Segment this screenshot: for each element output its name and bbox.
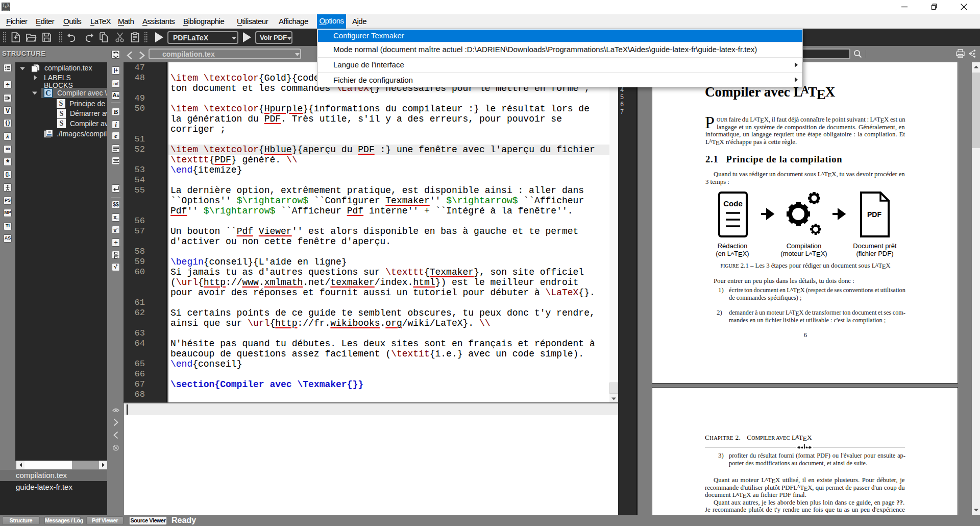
svg-text:PDF: PDF [867,210,881,219]
svg-text:Code: Code [723,199,743,208]
